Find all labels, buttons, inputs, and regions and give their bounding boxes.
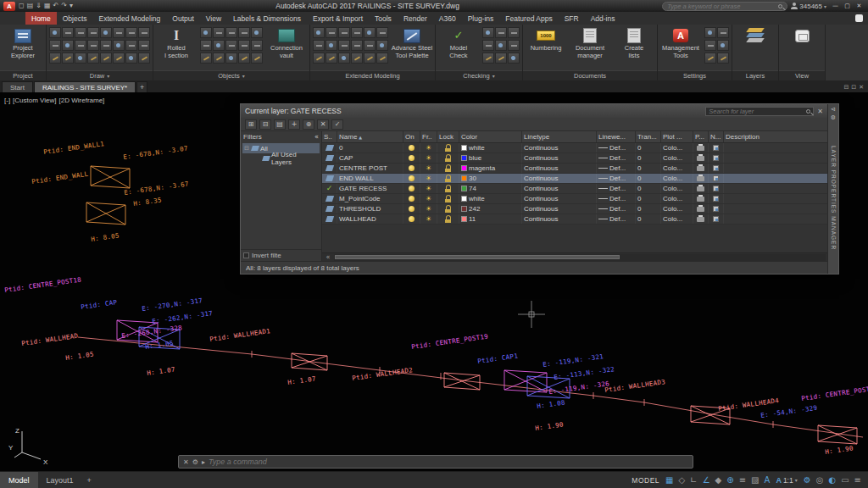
ribbon-tool-icon[interactable] xyxy=(351,27,363,38)
ribbon-tool-icon[interactable] xyxy=(495,53,507,64)
ribbon-tool-icon[interactable] xyxy=(238,40,250,51)
ribbon-tool-icon[interactable] xyxy=(717,53,729,64)
ribbon-tool-icon[interactable] xyxy=(62,40,74,51)
new-file-icon[interactable]: ◻ xyxy=(19,3,25,9)
ucs-icon[interactable]: Z Y X xyxy=(7,424,56,465)
layers-button[interactable] xyxy=(734,25,776,45)
model-tab[interactable]: Model xyxy=(0,472,38,488)
layer-row-threshold[interactable]: THRESHOLD☀242ContinuousDef...0Colo... xyxy=(322,204,827,214)
printer-icon[interactable] xyxy=(697,217,704,222)
panel-label-draw[interactable]: Draw▾ xyxy=(47,70,153,80)
minimize-icon[interactable]: — xyxy=(830,2,841,11)
ribbon-tool-icon[interactable] xyxy=(508,40,520,51)
ribbon-tool-icon[interactable] xyxy=(87,27,99,38)
ribbon-tool-icon[interactable] xyxy=(338,27,350,38)
qat-dropdown-icon[interactable]: ▾ xyxy=(70,3,73,9)
unlock-icon[interactable] xyxy=(445,154,451,162)
plot-icon[interactable]: ▦ xyxy=(44,3,51,9)
column-header-linewe[interactable]: Linewe... xyxy=(597,131,636,142)
polar-tracking-icon[interactable]: ∠ xyxy=(703,476,710,485)
sun-thaw-icon[interactable]: ☀ xyxy=(426,196,431,202)
horizontal-scrollbar[interactable]: « xyxy=(322,252,827,261)
bulb-on-icon[interactable] xyxy=(409,206,415,212)
column-header-name[interactable]: Name▲ xyxy=(337,131,403,142)
survey-marker[interactable] xyxy=(504,370,547,392)
printer-icon[interactable] xyxy=(697,156,704,161)
save-icon[interactable]: ⇓ xyxy=(36,3,42,9)
filter-tree-node-all-used-layers[interactable]: All Used Layers xyxy=(253,153,320,164)
lineweight-icon[interactable]: ≡ xyxy=(739,476,746,485)
survey-marker[interactable] xyxy=(91,166,130,188)
ribbon-tool-icon[interactable] xyxy=(364,53,376,64)
ribbon-tool-icon[interactable] xyxy=(313,53,325,64)
model-space-indicator[interactable]: MODEL xyxy=(632,476,659,485)
palette-header[interactable]: Current layer: GATE RECESS ✕ xyxy=(241,104,827,118)
ribbon-tool-icon[interactable] xyxy=(364,40,376,51)
unlock-icon[interactable] xyxy=(445,205,451,213)
panel-label-documents[interactable]: Documents xyxy=(523,70,657,80)
color-swatch[interactable] xyxy=(461,186,467,191)
scrollbar-thumb[interactable] xyxy=(335,255,620,259)
ribbon-tool-icon[interactable] xyxy=(225,40,237,51)
bulb-on-icon[interactable] xyxy=(409,216,415,222)
ribbon-tool-icon[interactable] xyxy=(238,27,250,38)
command-input[interactable] xyxy=(209,458,688,466)
project-explorer-button[interactable]: Project Explorer xyxy=(2,25,44,59)
panel-label-layers[interactable]: Layers xyxy=(732,70,778,80)
visual-style-control[interactable]: [2D Wireframe] xyxy=(59,97,105,104)
sun-thaw-icon[interactable]: ☀ xyxy=(426,206,431,213)
vp-freeze-icon[interactable] xyxy=(713,165,719,171)
unlock-icon[interactable] xyxy=(445,185,451,192)
layer-row-cap[interactable]: CAP☀blueContinuousDef...0Colo... xyxy=(322,153,827,164)
ribbon-tool-icon[interactable] xyxy=(508,27,520,38)
bulb-on-icon[interactable] xyxy=(409,155,415,161)
ribbon-tool-icon[interactable] xyxy=(717,40,729,51)
open-file-icon[interactable]: ▤ xyxy=(27,3,34,9)
ribbon-tool-icon[interactable] xyxy=(213,40,225,51)
column-header-lock[interactable]: Lock xyxy=(437,131,459,142)
view-name-control[interactable]: [Custom View] xyxy=(13,97,56,104)
column-header-description[interactable]: Description xyxy=(724,131,827,142)
unlock-icon[interactable] xyxy=(445,215,451,223)
new-property-filter-icon[interactable]: ⊞ xyxy=(245,119,257,130)
vp-freeze-icon[interactable] xyxy=(713,175,719,181)
column-header-on[interactable]: On xyxy=(403,131,420,142)
search-icon[interactable] xyxy=(778,4,782,8)
customize-icon[interactable]: ⚙ xyxy=(192,458,198,466)
ribbon-tool-icon[interactable] xyxy=(313,40,325,51)
ribbon-tool-icon[interactable] xyxy=(138,27,150,38)
clean-screen-icon[interactable]: ▭ xyxy=(841,476,849,485)
ribbon-tool-icon[interactable] xyxy=(225,27,237,38)
ribbon-tool-icon[interactable] xyxy=(100,40,112,51)
ribbon-tool-icon[interactable] xyxy=(200,27,212,38)
vp-freeze-icon[interactable] xyxy=(713,145,719,151)
bulb-on-icon[interactable] xyxy=(409,165,415,171)
survey-marker[interactable] xyxy=(444,373,480,390)
menu-tab-plug-ins[interactable]: Plug-ins xyxy=(462,12,500,25)
survey-marker[interactable] xyxy=(527,376,570,398)
snap-icon[interactable]: ◇ xyxy=(679,476,686,485)
ribbon-tool-icon[interactable] xyxy=(717,27,729,38)
customize-icon[interactable]: ≡ xyxy=(854,476,861,485)
ribbon-tool-icon[interactable] xyxy=(113,27,125,38)
isodraft-icon[interactable]: ◆ xyxy=(715,476,722,485)
menu-tab-extended-modeling[interactable]: Extended Modeling xyxy=(93,12,167,25)
layer-row-m-pointcode[interactable]: M_PointCode☀whiteContinuousDef...0Colo..… xyxy=(322,194,827,204)
ribbon-tool-icon[interactable] xyxy=(75,53,86,64)
menu-tab-objects[interactable]: Objects xyxy=(57,12,93,25)
column-header-s[interactable]: S.. xyxy=(322,131,337,142)
ribbon-tool-icon[interactable] xyxy=(138,53,150,64)
layer-states-manager-icon[interactable]: ▤ xyxy=(274,119,286,130)
new-layer-icon[interactable]: + xyxy=(288,119,300,130)
ribbon-tool-icon[interactable] xyxy=(138,40,150,51)
column-header-linetype[interactable]: Linetype xyxy=(522,131,597,142)
ribbon-tool-icon[interactable] xyxy=(225,53,237,64)
layer-row-centre-post[interactable]: CENTRE POST☀magentaContinuousDef...0Colo… xyxy=(322,164,827,174)
undo-icon[interactable]: ↶ xyxy=(53,3,58,9)
ribbon-tool-icon[interactable] xyxy=(351,40,363,51)
layer-row-gate-recess[interactable]: ✓GATE RECESS☀74ContinuousDef...0Colo... xyxy=(322,184,827,194)
ribbon-tool-icon[interactable] xyxy=(482,27,494,38)
ribbon-tool-icon[interactable] xyxy=(49,53,61,64)
ribbon-tool-icon[interactable] xyxy=(508,53,520,64)
layer-search-input[interactable] xyxy=(709,108,804,115)
